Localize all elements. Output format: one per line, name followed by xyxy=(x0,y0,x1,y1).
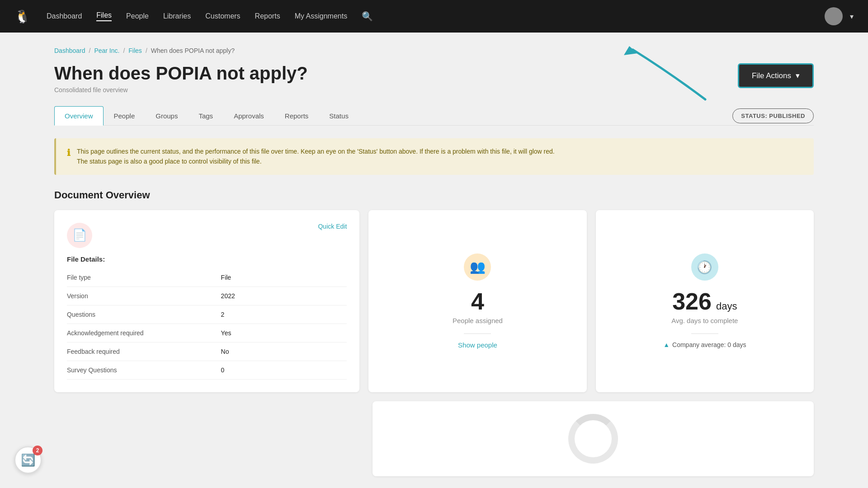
tab-status[interactable]: Status xyxy=(319,106,359,126)
people-assigned-label: People assigned xyxy=(453,317,503,324)
file-details-table: File type File Version 2022 Questions 2 … xyxy=(67,268,347,380)
nav-links: Dashboard Files People Libraries Custome… xyxy=(47,11,373,22)
people-assigned-number: 4 xyxy=(471,290,484,313)
nav-link-customers[interactable]: Customers xyxy=(205,12,240,20)
avg-days-label: Avg. days to complete xyxy=(671,317,738,324)
stat-divider-2 xyxy=(691,333,718,334)
bottom-stats-card xyxy=(373,401,814,476)
file-actions-button[interactable]: File Actions ▾ xyxy=(738,63,814,88)
nav-link-reports[interactable]: Reports xyxy=(255,12,280,20)
main-content: Dashboard / Pear Inc. / Files / When doe… xyxy=(0,33,868,488)
status-badge: STATUS: PUBLISHED xyxy=(732,108,814,123)
tab-groups[interactable]: Groups xyxy=(145,106,188,126)
cards-row: 📄 Quick Edit File Details: File type Fil… xyxy=(54,210,814,392)
table-row: File type File xyxy=(67,268,347,287)
survey-questions-label: Survey Questions xyxy=(67,361,221,379)
table-row: Questions 2 xyxy=(67,305,347,324)
chevron-down-icon[interactable]: ▾ xyxy=(850,12,854,21)
breadcrumb-sep-1: / xyxy=(89,47,91,54)
info-text: This page outlines the current status, a… xyxy=(77,146,555,167)
tab-people[interactable]: People xyxy=(104,106,146,126)
file-details-title: File Details: xyxy=(67,255,347,263)
file-type-value: File xyxy=(221,268,347,287)
navbar: 🐧 Dashboard Files People Libraries Custo… xyxy=(0,0,868,33)
info-banner: ℹ This page outlines the current status,… xyxy=(54,138,814,175)
stat-divider xyxy=(464,333,491,334)
trend-up-icon: ▲ xyxy=(663,341,670,348)
search-icon[interactable]: 🔍 xyxy=(362,11,373,22)
breadcrumb-sep-3: / xyxy=(146,47,147,54)
breadcrumb-current: When does POPIA not apply? xyxy=(151,47,235,54)
tab-overview[interactable]: Overview xyxy=(54,106,104,126)
file-type-label: File type xyxy=(67,268,221,287)
nav-link-libraries[interactable]: Libraries xyxy=(163,12,191,20)
notification-area: 🔄 2 xyxy=(14,446,42,474)
breadcrumb-pear-inc[interactable]: Pear Inc. xyxy=(94,47,119,54)
clock-icon: 🕐 xyxy=(697,260,712,275)
nav-link-dashboard[interactable]: Dashboard xyxy=(47,12,82,20)
version-label: Version xyxy=(67,286,221,305)
info-icon: ℹ xyxy=(67,147,71,167)
page-header: When does POPIA not apply? Consolidated … xyxy=(54,63,814,94)
page-title-section: When does POPIA not apply? Consolidated … xyxy=(54,63,308,94)
feedback-required-value: No xyxy=(221,342,347,361)
nav-right: ▾ xyxy=(825,7,854,25)
company-avg: ▲ Company average: 0 days xyxy=(663,341,746,348)
notification-button[interactable]: 🔄 2 xyxy=(14,446,42,474)
file-icon-wrap: 📄 xyxy=(67,223,92,248)
file-actions-chevron-icon: ▾ xyxy=(796,71,800,80)
donut-chart xyxy=(568,414,618,464)
notification-badge: 2 xyxy=(33,446,42,455)
page-title: When does POPIA not apply? xyxy=(54,63,308,84)
tab-reports[interactable]: Reports xyxy=(274,106,319,126)
tab-tags[interactable]: Tags xyxy=(188,106,223,126)
nav-logo: 🐧 xyxy=(14,9,30,24)
ack-required-value: Yes xyxy=(221,324,347,342)
tab-approvals[interactable]: Approvals xyxy=(223,106,274,126)
file-icon-area: 📄 xyxy=(67,223,92,248)
file-actions-label: File Actions xyxy=(752,71,791,80)
section-title-document-overview: Document Overview xyxy=(54,189,814,201)
tabs: Overview People Groups Tags Approvals Re… xyxy=(54,106,359,125)
file-document-icon: 📄 xyxy=(72,228,87,242)
nav-left: 🐧 Dashboard Files People Libraries Custo… xyxy=(14,9,373,24)
header-action-area: File Actions ▾ xyxy=(738,63,814,88)
avg-days-unit: days xyxy=(716,300,737,312)
clock-icon-wrap: 🕐 xyxy=(691,253,718,281)
survey-questions-value: 0 xyxy=(221,361,347,379)
questions-value: 2 xyxy=(221,305,347,324)
file-details-card: 📄 Quick Edit File Details: File type Fil… xyxy=(54,210,359,392)
avg-days-card: 🕐 326 days Avg. days to complete ▲ Compa… xyxy=(596,210,814,392)
avatar[interactable] xyxy=(825,7,843,25)
people-icon: 👥 xyxy=(470,259,486,274)
version-value: 2022 xyxy=(221,286,347,305)
table-row: Feedback required No xyxy=(67,342,347,361)
nav-link-my-assignments[interactable]: My Assignments xyxy=(295,12,347,20)
nav-link-files[interactable]: Files xyxy=(96,11,112,21)
ack-required-label: Acknowledgement required xyxy=(67,324,221,342)
breadcrumb: Dashboard / Pear Inc. / Files / When doe… xyxy=(54,47,814,54)
table-row: Acknowledgement required Yes xyxy=(67,324,347,342)
breadcrumb-files[interactable]: Files xyxy=(128,47,142,54)
feedback-required-label: Feedback required xyxy=(67,342,221,361)
avg-days-number: 326 xyxy=(672,290,712,313)
nav-link-people[interactable]: People xyxy=(126,12,149,20)
tabs-row: Overview People Groups Tags Approvals Re… xyxy=(54,106,814,126)
show-people-link[interactable]: Show people xyxy=(458,341,497,349)
breadcrumb-dashboard[interactable]: Dashboard xyxy=(54,47,85,54)
page-subtitle: Consolidated file overview xyxy=(54,86,308,94)
table-row: Version 2022 xyxy=(67,286,347,305)
breadcrumb-sep-2: / xyxy=(123,47,125,54)
info-text-line1: This page outlines the current status, a… xyxy=(77,148,555,155)
notification-icon: 🔄 xyxy=(21,453,35,467)
table-row: Survey Questions 0 xyxy=(67,361,347,379)
company-avg-text: Company average: 0 days xyxy=(672,341,746,348)
people-assigned-card: 👥 4 People assigned Show people xyxy=(368,210,586,392)
questions-label: Questions xyxy=(67,305,221,324)
quick-edit-link[interactable]: Quick Edit xyxy=(318,223,347,230)
info-text-line2: The status page is also a good place to … xyxy=(77,158,262,165)
people-icon-wrap: 👥 xyxy=(464,253,491,281)
